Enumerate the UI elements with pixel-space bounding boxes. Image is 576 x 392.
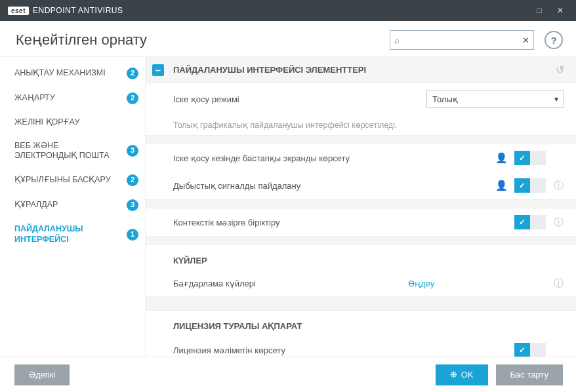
sidebar-item-tools[interactable]: ҚҰРАЛДАР 3	[0, 193, 145, 218]
sidebar-badge: 3	[127, 145, 138, 157]
subhead-license: ЛИЦЕНЗИЯ ТУРАЛЫ АҚПАРАТ	[146, 311, 576, 336]
brand-box: eset	[8, 7, 29, 15]
sidebar-badge: 1	[127, 229, 138, 241]
select-value: Толық	[432, 94, 458, 104]
use-sound-label: Дыбыстық сигналды пайдалану	[173, 181, 495, 191]
footer: Әдепкі ❉OK Бас тарту	[0, 357, 576, 392]
divider	[146, 199, 576, 208]
search-icon: ⌕	[394, 35, 400, 45]
toggle-on: ✓	[514, 215, 530, 229]
divider	[146, 135, 576, 144]
sidebar-item-label: ПАЙДАЛАНУШЫ ИНТЕРФЕЙСІ	[14, 224, 121, 245]
show-splash-label: Іске қосу кезінде бастапқы экранды көрсе…	[173, 153, 495, 163]
sidebar-badge: 2	[127, 92, 138, 104]
row-start-mode: Іске қосу режимі Толық ▾	[146, 83, 576, 115]
show-splash-toggle[interactable]: ✓	[514, 151, 546, 165]
chevron-down-icon: ▾	[554, 94, 558, 104]
help-button[interactable]: ?	[545, 31, 563, 49]
toggle-off	[530, 151, 546, 165]
product-name: ENDPOINT ANTIVIRUS	[33, 6, 123, 15]
subhead-states: КҮЙЛЕР	[146, 245, 576, 271]
row-context-menu: Контекстік мәзірге біріктіру 👤 ✓ ⓘ	[146, 208, 576, 236]
section-title: ПАЙДАЛАНУШЫ ИНТЕРФЕЙСІ ЭЛЕМЕНТТЕРІ	[173, 65, 366, 75]
start-mode-label: Іске қосу режимі	[173, 94, 426, 104]
toggle-off	[530, 215, 546, 229]
minus-icon: –	[155, 65, 161, 75]
show-license-toggle[interactable]: ✓	[514, 343, 546, 357]
toggle-on: ✓	[514, 178, 530, 193]
sidebar-badge: 2	[127, 68, 138, 79]
context-menu-label: Контекстік мәзірге біріктіру	[173, 218, 495, 227]
sidebar-item-label: АНЫҚТАУ МЕХАНИЗМІ	[14, 68, 121, 79]
page-title: Кеңейтілген орнату	[16, 31, 379, 49]
divider	[146, 236, 576, 245]
maximize-icon: □	[537, 6, 541, 15]
toggle-off	[530, 178, 546, 193]
ok-button[interactable]: ❉OK	[436, 364, 488, 385]
shield-icon: ❉	[450, 370, 457, 380]
sidebar-badge: 3	[127, 199, 138, 211]
section-collapse-button[interactable]: –	[152, 64, 164, 76]
sidebar: АНЫҚТАУ МЕХАНИЗМІ 2 ЖАҢАРТУ 2 ЖЕЛІНІ ҚОР…	[0, 57, 146, 357]
sidebar-item-web-email[interactable]: ВЕБ ЖӘНЕ ЭЛЕКТРОНДЫҚ ПОШТА 3	[0, 134, 145, 168]
help-icon: ?	[550, 35, 556, 46]
cancel-button[interactable]: Бас тарту	[496, 364, 563, 385]
default-button[interactable]: Әдепкі	[14, 364, 70, 385]
sidebar-item-label: ЖАҢАРТУ	[14, 93, 121, 104]
sidebar-item-detection[interactable]: АНЫҚТАУ МЕХАНИЗМІ 2	[0, 61, 145, 86]
context-menu-toggle[interactable]: ✓	[514, 215, 546, 229]
use-sound-toggle[interactable]: ✓	[514, 178, 546, 193]
info-icon[interactable]: ⓘ	[552, 180, 564, 192]
sidebar-item-update[interactable]: ЖАҢАРТУ 2	[0, 86, 145, 111]
sidebar-item-label: ҚҰРАЛДАР	[14, 200, 121, 210]
content-pane: – ПАЙДАЛАНУШЫ ИНТЕРФЕЙСІ ЭЛЕМЕНТТЕРІ ↺ І…	[146, 57, 576, 357]
show-license-label: Лицензия мәліметін көрсету	[173, 345, 495, 355]
user-icon: 👤	[495, 152, 508, 164]
row-start-mode-desc: Толық графикалық пайдаланушы интерфейсі …	[146, 115, 576, 135]
user-icon: 👤	[495, 180, 508, 191]
sidebar-item-ui[interactable]: ПАЙДАЛАНУШЫ ИНТЕРФЕЙСІ 1	[0, 218, 145, 251]
undo-button[interactable]: ↺	[556, 64, 564, 76]
sidebar-badge: 2	[127, 174, 138, 186]
section-ui-elements: – ПАЙДАЛАНУШЫ ИНТЕРФЕЙСІ ЭЛЕМЕНТТЕРІ ↺	[146, 57, 576, 83]
row-show-license: Лицензия мәліметін көрсету 👤 ✓ ⓘ	[146, 336, 576, 357]
start-mode-select[interactable]: Толық ▾	[426, 90, 564, 108]
toggle-on: ✓	[514, 151, 530, 165]
toggle-off	[530, 343, 546, 357]
info-icon[interactable]: ⓘ	[552, 216, 564, 229]
info-icon[interactable]: ⓘ	[552, 277, 564, 290]
window-close-button[interactable]: ✕	[550, 0, 571, 21]
start-mode-description: Толық графикалық пайдаланушы интерфейсі …	[173, 120, 564, 130]
row-program-states: Бағдарлама күйлері Өңдеу ⓘ	[146, 271, 576, 296]
edit-states-link[interactable]: Өңдеу	[408, 279, 434, 288]
toggle-on: ✓	[514, 343, 530, 357]
row-use-sound: Дыбыстық сигналды пайдалану 👤 ✓ ⓘ	[146, 172, 576, 199]
divider	[146, 296, 576, 311]
sidebar-item-device[interactable]: ҚҰРЫЛҒЫНЫ БАСҚАРУ 2	[0, 168, 145, 193]
window-maximize-button[interactable]: □	[529, 0, 550, 21]
sidebar-item-label: ВЕБ ЖӘНЕ ЭЛЕКТРОНДЫҚ ПОШТА	[14, 141, 121, 161]
search-input[interactable]	[403, 35, 522, 45]
header: Кеңейтілген орнату ⌕ ✕ ?	[0, 21, 576, 56]
sidebar-item-network[interactable]: ЖЕЛІНІ ҚОРҒАУ	[0, 111, 145, 134]
ok-label: OK	[461, 370, 474, 380]
close-icon: ✕	[557, 6, 564, 15]
sidebar-item-label: ЖЕЛІНІ ҚОРҒАУ	[14, 117, 138, 128]
row-show-splash: Іске қосу кезінде бастапқы экранды көрсе…	[146, 144, 576, 172]
clear-search-icon[interactable]: ✕	[522, 35, 529, 45]
sidebar-item-label: ҚҰРЫЛҒЫНЫ БАСҚАРУ	[14, 175, 121, 186]
search-box[interactable]: ⌕ ✕	[390, 30, 534, 50]
program-states-label: Бағдарлама күйлері	[173, 279, 408, 288]
titlebar: eset ENDPOINT ANTIVIRUS □ ✕	[0, 0, 576, 21]
